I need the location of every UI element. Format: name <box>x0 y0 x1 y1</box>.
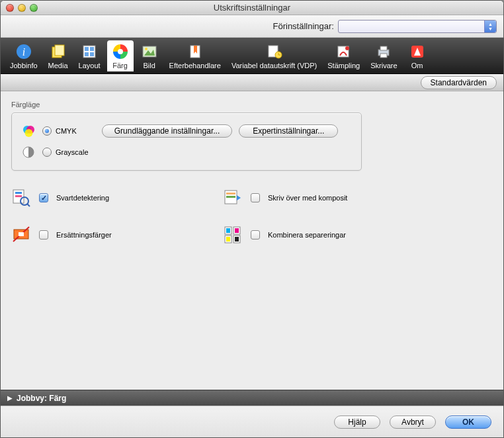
toolbar: i Jobbinfo Media Layout Färg Bi <box>1 38 503 74</box>
content-area: Färgläge CMYK Grundläggande inställninga… <box>1 91 503 390</box>
tab-label: Bild <box>143 62 155 69</box>
jobview-bar[interactable]: ▶ Jobbvy: Färg <box>1 390 503 406</box>
composite-overwrite-checkbox[interactable] <box>251 193 260 202</box>
tab-label: Jobbinfo <box>10 62 38 69</box>
color-mode-title: Färgläge <box>11 101 493 109</box>
dropdown-arrows-icon: ▲▼ <box>484 21 496 32</box>
color-wheel-icon <box>111 42 130 61</box>
tab-label: Om <box>411 62 423 69</box>
info-icon: i <box>15 42 33 61</box>
cmyk-label: CMYK <box>56 127 77 135</box>
substitute-colors-icon <box>11 225 31 245</box>
close-icon[interactable] <box>6 4 14 12</box>
tab-jobinfo[interactable]: i Jobbinfo <box>6 40 42 71</box>
svg-text:i: i <box>22 46 25 58</box>
presets-label: Förinställningar: <box>273 21 335 31</box>
substitute-colors-label: Ersättningsfärger <box>56 231 112 239</box>
dialog-buttons: Hjälp Avbryt OK <box>1 406 503 437</box>
composite-overwrite-label: Skriv över med komposit <box>268 194 347 202</box>
tab-label: Variabel datautskrift (VDP) <box>231 62 317 69</box>
svg-rect-21 <box>380 54 387 58</box>
jobview-label: Jobbvy: Färg <box>17 394 66 403</box>
tab-media[interactable]: Media <box>44 40 72 71</box>
combine-separations-label: Kombinera separeringar <box>268 231 346 239</box>
grayscale-label: Grayscale <box>56 148 89 156</box>
composite-overwrite-row: Skriv över med komposit <box>223 188 448 208</box>
tab-label: Layout <box>79 62 101 69</box>
black-detect-row: Svartdetektering <box>11 188 223 208</box>
svg-rect-6 <box>90 47 94 51</box>
svg-rect-37 <box>19 232 24 236</box>
basic-settings-button[interactable]: Grundläggande inställningar... <box>102 124 232 138</box>
expert-settings-button[interactable]: Expertinställningar... <box>239 124 338 138</box>
defaults-button[interactable]: Standardvärden <box>421 76 497 89</box>
svg-rect-7 <box>85 52 89 56</box>
grayscale-icon <box>21 145 36 159</box>
combine-separations-row: Kombinera separeringar <box>223 225 448 245</box>
svg-rect-3 <box>55 45 64 56</box>
svg-point-18 <box>345 46 349 50</box>
zoom-icon[interactable] <box>30 4 38 12</box>
presets-dropdown[interactable]: ▲▼ <box>338 20 497 33</box>
tab-label: Skrivare <box>370 62 397 69</box>
black-detect-label: Svartdetektering <box>56 194 109 202</box>
svg-rect-28 <box>15 192 22 194</box>
grayscale-radio[interactable]: Grayscale <box>42 148 89 157</box>
tab-image[interactable]: Bild <box>136 40 163 71</box>
radio-icon <box>42 126 52 136</box>
tab-printer[interactable]: Skrivare <box>366 40 401 71</box>
print-settings-window: Utskriftsinställningar Förinställningar:… <box>0 0 504 438</box>
media-icon <box>49 42 67 61</box>
tab-vdp[interactable]: Variabel datautskrift (VDP) <box>228 40 321 71</box>
subbar: Standardvärden <box>1 74 503 91</box>
combine-separations-icon <box>223 225 243 245</box>
tab-label: Stämpling <box>327 62 360 69</box>
radio-icon <box>42 148 52 157</box>
help-button[interactable]: Hjälp <box>334 416 380 429</box>
cmyk-icon <box>21 124 36 138</box>
minimize-icon[interactable] <box>18 4 26 12</box>
color-mode-group: CMYK Grundläggande inställningar... Expe… <box>11 112 362 171</box>
svg-point-13 <box>145 48 147 50</box>
vdp-icon <box>265 42 284 61</box>
tab-color[interactable]: Färg <box>107 40 134 71</box>
tab-label: Efterbehandlare <box>169 62 221 69</box>
options-grid: Svartdetektering Skriv över med komposit… <box>11 188 493 245</box>
tab-stamping[interactable]: Stämpling <box>323 40 364 71</box>
about-icon <box>408 42 427 61</box>
presets-bar: Förinställningar: ▲▼ <box>1 15 503 38</box>
svg-rect-29 <box>15 195 22 197</box>
svg-rect-5 <box>85 47 89 51</box>
black-detect-checkbox[interactable] <box>39 193 48 202</box>
substitute-colors-checkbox[interactable] <box>39 230 48 240</box>
composite-overwrite-icon <box>223 188 243 208</box>
tab-label: Färg <box>112 62 128 69</box>
svg-point-10 <box>118 49 123 54</box>
svg-rect-8 <box>90 52 94 56</box>
tab-label: Media <box>48 62 68 69</box>
layout-icon <box>80 42 99 61</box>
svg-rect-34 <box>226 196 235 198</box>
svg-rect-20 <box>380 46 387 50</box>
combine-separations-checkbox[interactable] <box>251 230 260 240</box>
svg-point-25 <box>25 129 33 137</box>
svg-rect-33 <box>226 193 235 195</box>
tab-about[interactable]: Om <box>404 40 431 71</box>
cmyk-radio[interactable]: CMYK <box>42 126 77 136</box>
tab-layout[interactable]: Layout <box>75 40 105 71</box>
titlebar: Utskriftsinställningar <box>1 1 503 15</box>
printer-icon <box>374 42 393 61</box>
window-controls <box>6 4 38 12</box>
svg-line-31 <box>27 204 30 206</box>
bookmark-icon <box>186 42 204 61</box>
image-icon <box>140 42 159 61</box>
tab-finishing[interactable]: Efterbehandlare <box>165 40 225 71</box>
disclosure-triangle-icon: ▶ <box>7 394 13 402</box>
black-detect-icon <box>11 188 31 208</box>
substitute-colors-row: Ersättningsfärger <box>11 225 223 245</box>
stamp-icon <box>335 42 353 61</box>
cancel-button[interactable]: Avbryt <box>390 416 436 429</box>
ok-button[interactable]: OK <box>445 416 491 429</box>
window-title: Utskriftsinställningar <box>1 3 503 13</box>
